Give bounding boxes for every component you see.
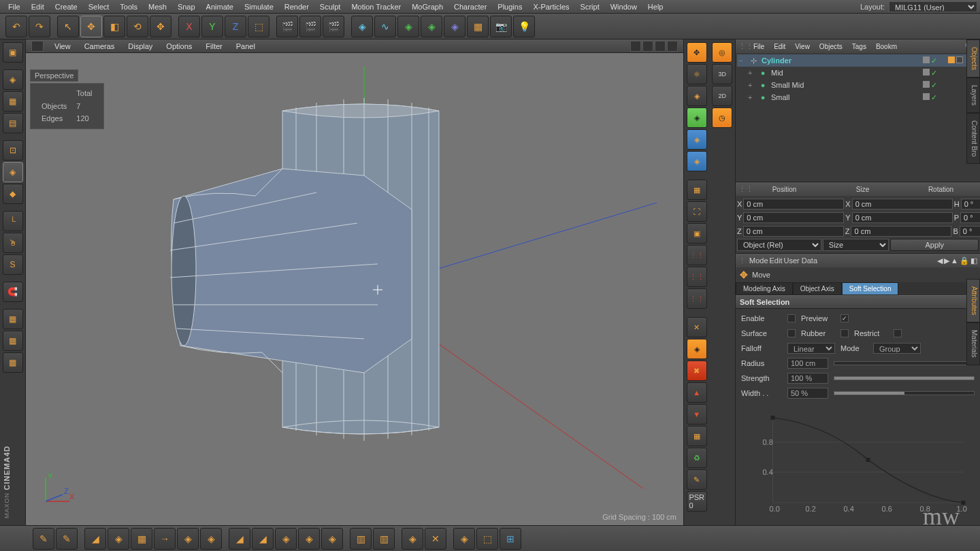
om-file[interactable]: File (749, 41, 768, 52)
rt-cube-icon[interactable]: ◈ (687, 129, 707, 150)
pos-z-input[interactable] (743, 226, 844, 237)
bt-8[interactable]: ◈ (200, 528, 222, 550)
generator[interactable]: ◈ (397, 16, 419, 37)
coord-mode-select[interactable]: Object (Rel) (737, 239, 821, 251)
pos-y-input[interactable] (743, 212, 844, 223)
menu-window[interactable]: Window (605, 1, 642, 12)
om-tags[interactable]: Tags (848, 41, 870, 52)
size-mode-select[interactable]: Size (823, 239, 889, 251)
check-tag[interactable]: ✓ (931, 69, 937, 78)
rt-target-icon[interactable]: ◎ (712, 42, 732, 63)
tree-item-cylinder[interactable]: − ⊹ Cylinder ✓ (737, 54, 979, 67)
viewport-3d[interactable]: Perspective Total Objects7 Edges120 (26, 53, 683, 525)
workplane-align[interactable]: ▦ (3, 331, 23, 351)
rot-b-input[interactable] (960, 226, 980, 237)
rotate-tool[interactable]: ⟲ (127, 16, 148, 37)
axis-mode[interactable]: └ (3, 211, 23, 231)
menu-create[interactable]: Create (50, 1, 83, 12)
points-mode[interactable]: ⊡ (3, 140, 23, 161)
attr-mode[interactable]: Mode (749, 256, 768, 265)
render-region[interactable]: 🎬 (299, 16, 321, 37)
workplane-mode[interactable]: ▤ (3, 113, 23, 133)
restrict-checkbox[interactable] (894, 329, 902, 337)
tab-layers[interactable]: Layers (966, 78, 980, 113)
rt-dots1-icon[interactable]: ⋮⋮ (687, 245, 707, 265)
check-tag[interactable]: ✓ (931, 81, 937, 90)
tab-soft-selection[interactable]: Soft Selection (842, 282, 899, 295)
object-manager-grip-icon[interactable]: ⋮⋮ (738, 42, 748, 51)
viewport-icon-4[interactable] (667, 41, 678, 52)
axis-z-lock[interactable]: Z (225, 16, 246, 37)
rt-frame-icon[interactable]: ▣ (687, 223, 707, 244)
undo-button[interactable]: ↶ (5, 16, 27, 37)
rt-recycle-icon[interactable]: ♻ (687, 448, 707, 468)
attr-grip-icon[interactable]: ⋮⋮ (738, 256, 748, 265)
mode-select[interactable]: Group (873, 343, 921, 354)
om-edit[interactable]: Edit (770, 41, 789, 52)
om-view[interactable]: View (791, 41, 814, 52)
viewport-solo[interactable]: S (3, 254, 23, 275)
radius-slider[interactable] (834, 361, 975, 365)
rt-atom-icon[interactable]: ⚛ (687, 64, 707, 84)
menu-sculpt[interactable]: Sculpt (314, 1, 346, 12)
tab-attributes[interactable]: Attributes (966, 279, 980, 322)
rt-psr-button[interactable]: PSR0 (687, 491, 707, 512)
menu-help[interactable]: Help (642, 1, 669, 12)
menu-render[interactable]: Render (279, 1, 314, 12)
workplane-reset[interactable]: ▦ (3, 352, 23, 373)
expand-icon[interactable]: − (738, 56, 747, 65)
bt-20[interactable]: ⊞ (500, 528, 521, 550)
render-view[interactable]: 🎬 (276, 16, 298, 37)
tab-objects[interactable]: Objects (966, 39, 980, 78)
menu-character[interactable]: Character (448, 1, 492, 12)
vis-tag[interactable] (923, 93, 930, 100)
pos-x-input[interactable] (743, 199, 844, 210)
vis-tag[interactable] (923, 69, 930, 76)
coord-system[interactable]: ⬚ (248, 16, 270, 37)
rt-grid-icon[interactable]: ▦ (687, 180, 707, 200)
polygons-mode[interactable]: ◆ (3, 184, 23, 204)
menu-mesh[interactable]: Mesh (143, 1, 172, 12)
tweak-mode[interactable]: 🖱 (3, 233, 23, 253)
size-y-input[interactable] (852, 212, 953, 223)
width-input[interactable] (787, 388, 828, 399)
expand-icon[interactable]: + (748, 69, 756, 77)
menu-plugins[interactable]: Plugins (492, 1, 527, 12)
tab-content-bro[interactable]: Content Bro (966, 113, 980, 164)
layout-select[interactable]: MILG11 (User) (889, 1, 977, 12)
rt-gen-icon[interactable]: ◈ (687, 107, 707, 128)
spline-tool[interactable]: ∿ (374, 16, 396, 37)
rt-brush-icon[interactable]: ✎ (687, 469, 707, 490)
bt-12[interactable]: ◈ (298, 528, 320, 550)
bt-4[interactable]: ◈ (108, 528, 129, 550)
render-settings[interactable]: 🎬 (323, 16, 344, 37)
bt-15[interactable]: ▥ (373, 528, 395, 550)
vm-options[interactable]: Options (161, 41, 197, 52)
tree-item-small[interactable]: + ● Small ✓ (737, 91, 979, 103)
bt-14[interactable]: ▥ (350, 528, 372, 550)
last-tool[interactable]: ✥ (150, 16, 172, 37)
rt-nav-icon[interactable]: ✥ (687, 42, 707, 63)
rt-clock-icon[interactable]: ◷ (712, 107, 732, 128)
bulb-icon[interactable]: 💡 (513, 16, 535, 37)
edges-mode[interactable]: ◈ (3, 162, 23, 182)
vis-tag[interactable] (923, 81, 930, 88)
workplane-lock[interactable]: ▦ (3, 309, 23, 329)
scale-tool[interactable]: ◧ (103, 16, 125, 37)
deformer[interactable]: ◈ (421, 16, 442, 37)
radius-input[interactable] (787, 358, 828, 369)
om-bookm[interactable]: Bookm (872, 41, 901, 52)
attr-up-icon[interactable]: ▲ (951, 256, 958, 265)
rot-h-input[interactable] (961, 199, 980, 210)
attr-userdata[interactable]: User Data (784, 256, 818, 265)
vm-panel[interactable]: Panel (231, 41, 261, 52)
rt-dots3-icon[interactable]: ⋮⋮ (687, 288, 707, 309)
preview-checkbox[interactable]: ✓ (840, 314, 849, 322)
size-z-input[interactable] (851, 226, 951, 237)
viewport-icon-1[interactable] (630, 41, 641, 52)
camera-icon[interactable]: ▦ (467, 16, 489, 37)
vm-display[interactable]: Display (122, 41, 158, 52)
texture-mode[interactable]: ▦ (3, 91, 23, 112)
bt-5[interactable]: ▦ (131, 528, 152, 550)
model-mode[interactable]: ◈ (3, 69, 23, 90)
